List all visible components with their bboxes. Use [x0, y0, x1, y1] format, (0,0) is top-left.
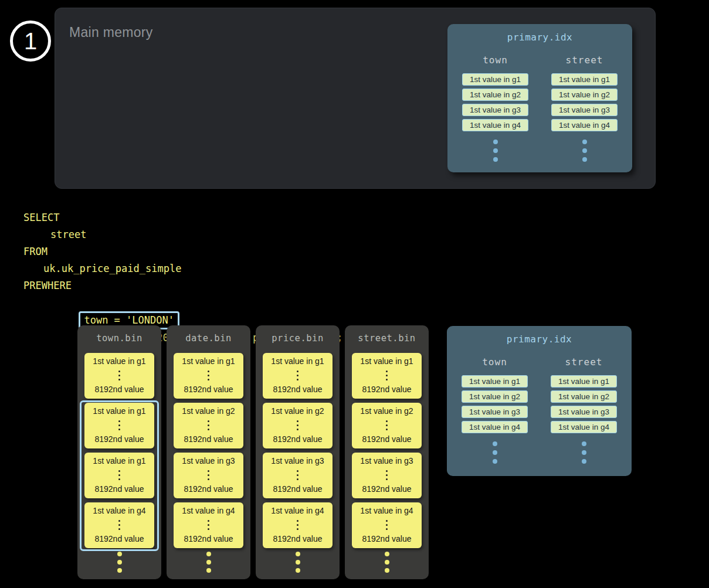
granule-first-value: 1st value in g3	[271, 456, 324, 465]
index-mark-cell: 1st value in g4	[462, 119, 528, 131]
ellipsis-dots-icon	[493, 140, 498, 162]
granule-last-value: 8192nd value	[362, 484, 411, 494]
primary-idx-street-column: street 1st value in g1 1st value in g2 1…	[551, 55, 618, 162]
granule-block: 1st value in g1 8192nd value	[263, 353, 333, 399]
town-column-header: town	[483, 55, 508, 66]
ellipsis-dots-icon	[386, 520, 388, 530]
date-bin-title: date.bin	[167, 333, 250, 344]
index-mark-cell: 1st value in g1	[551, 73, 618, 86]
granule-block: 1st value in g3 8192nd value	[174, 453, 243, 498]
ellipsis-dots-icon	[386, 371, 388, 380]
granule-first-value: 1st value in g1	[271, 356, 324, 366]
ellipsis-dots-icon	[297, 470, 298, 480]
granule-first-value: 1st value in g2	[271, 406, 324, 416]
primary-idx-town-column: town 1st value in g1 1st value in g2 1st…	[462, 356, 528, 464]
ellipsis-dots-icon	[208, 470, 209, 480]
ellipsis-dots-icon	[582, 140, 587, 162]
index-mark-cell: 1st value in g3	[462, 104, 528, 116]
ellipsis-dots-icon	[297, 371, 298, 380]
primary-idx-street-column: street 1st value in g1 1st value in g2 1…	[551, 356, 617, 464]
primary-idx-columns: town 1st value in g1 1st value in g2 1st…	[447, 356, 632, 464]
index-mark-cell: 1st value in g3	[551, 406, 617, 418]
granule-last-value: 8192nd value	[362, 534, 411, 543]
index-mark-cell: 1st value in g4	[551, 421, 617, 433]
index-mark-cell: 1st value in g2	[462, 89, 528, 101]
price-bin-title: price.bin	[256, 333, 340, 344]
town-bin-title: town.bin	[77, 333, 161, 344]
sql-line-select: SELECT	[23, 209, 343, 226]
street-column-header: street	[565, 356, 603, 368]
ellipsis-dots-icon	[208, 420, 209, 430]
granule-last-value: 8192nd value	[94, 385, 144, 394]
granule-last-value: 8192nd value	[362, 385, 411, 394]
granule-first-value: 1st value in g4	[182, 506, 235, 515]
index-mark-cell: 1st value in g2	[551, 390, 617, 403]
index-mark-cell: 1st value in g3	[551, 104, 618, 116]
price-bin-column: price.bin 1st value in g1 8192nd value 1…	[256, 325, 340, 579]
granule-first-value: 1st value in g2	[360, 406, 413, 416]
ellipsis-dots-icon	[582, 441, 586, 464]
column-files-row: town.bin 1st value in g1 8192nd value 1s…	[77, 325, 429, 579]
ellipsis-dots-icon	[208, 520, 209, 530]
granule-first-value: 1st value in g3	[182, 456, 235, 465]
granule-last-value: 8192nd value	[273, 434, 322, 444]
granule-last-value: 8192nd value	[273, 385, 322, 394]
ellipsis-dots-icon	[297, 520, 298, 530]
granule-first-value: 1st value in g4	[360, 506, 413, 515]
granule-first-value: 1st value in g1	[182, 356, 235, 366]
granule-block: 1st value in g1 8192nd value	[174, 353, 243, 399]
granule-first-value: 1st value in g1	[360, 356, 413, 366]
primary-idx-town-column: town 1st value in g1 1st value in g2 1st…	[462, 55, 528, 162]
diagram-stage: 1 Main memory primary.idx town 1st value…	[0, 0, 709, 588]
sql-line-table: uk.uk_price_paid_simple	[23, 260, 343, 277]
granule-last-value: 8192nd value	[184, 385, 233, 394]
granule-block: 1st value in g4 8192nd value	[263, 502, 333, 548]
step-number: 1	[24, 29, 37, 53]
step-1-badge: 1	[10, 21, 51, 62]
index-mark-cell: 1st value in g1	[462, 375, 528, 388]
index-mark-cell: 1st value in g1	[551, 375, 617, 388]
main-memory-panel: Main memory primary.idx town 1st value i…	[55, 8, 656, 189]
primary-idx-title: primary.idx	[447, 32, 632, 43]
ellipsis-dots-icon	[208, 371, 209, 380]
sql-line-select-column: street	[23, 226, 343, 243]
ellipsis-dots-icon	[296, 552, 300, 573]
granule-block: 1st value in g2 8192nd value	[263, 403, 333, 448]
index-mark-cell: 1st value in g4	[462, 421, 528, 433]
ellipsis-dots-icon	[117, 552, 122, 573]
granule-block: 1st value in g4 8192nd value	[352, 502, 422, 548]
ellipsis-dots-icon	[386, 420, 388, 430]
granule-last-value: 8192nd value	[273, 484, 322, 494]
primary-idx-panel-disk: primary.idx town 1st value in g1 1st val…	[447, 326, 632, 476]
index-mark-cell: 1st value in g2	[462, 390, 528, 403]
granule-first-value: 1st value in g2	[182, 406, 235, 416]
granule-first-value: 1st value in g3	[360, 456, 413, 465]
ellipsis-dots-icon	[118, 371, 120, 380]
granule-block: 1st value in g3 8192nd value	[263, 453, 333, 498]
date-bin-column: date.bin 1st value in g1 8192nd value 1s…	[167, 325, 250, 579]
granule-block: 1st value in g2 8192nd value	[174, 403, 243, 448]
granule-block: 1st value in g2 8192nd value	[352, 403, 422, 448]
granule-first-value: 1st value in g1	[93, 356, 145, 366]
granule-block: 1st value in g1 8192nd value	[84, 353, 154, 399]
selected-granules-outline	[80, 400, 159, 551]
index-mark-cell: 1st value in g1	[462, 73, 528, 86]
sql-line-prewhere: PREWHERE	[23, 277, 343, 294]
granule-block: 1st value in g3 8192nd value	[352, 453, 422, 498]
ellipsis-dots-icon	[493, 441, 497, 464]
granule-last-value: 8192nd value	[184, 534, 233, 543]
street-column-header: street	[566, 55, 603, 66]
granule-last-value: 8192nd value	[184, 434, 233, 444]
town-bin-column: town.bin 1st value in g1 8192nd value 1s…	[77, 325, 161, 579]
granule-block: 1st value in g1 8192nd value	[352, 353, 422, 399]
index-mark-cell: 1st value in g3	[462, 406, 528, 418]
sql-query: SELECT street FROM uk.uk_price_paid_simp…	[23, 209, 343, 311]
primary-idx-columns: town 1st value in g1 1st value in g2 1st…	[447, 55, 632, 162]
ellipsis-dots-icon	[385, 552, 389, 573]
main-memory-label: Main memory	[69, 25, 153, 40]
primary-idx-panel-memory: primary.idx town 1st value in g1 1st val…	[447, 24, 632, 172]
ellipsis-dots-icon	[206, 552, 211, 573]
town-column-header: town	[482, 356, 507, 368]
granule-last-value: 8192nd value	[362, 434, 411, 444]
granule-block: 1st value in g4 8192nd value	[174, 502, 243, 548]
